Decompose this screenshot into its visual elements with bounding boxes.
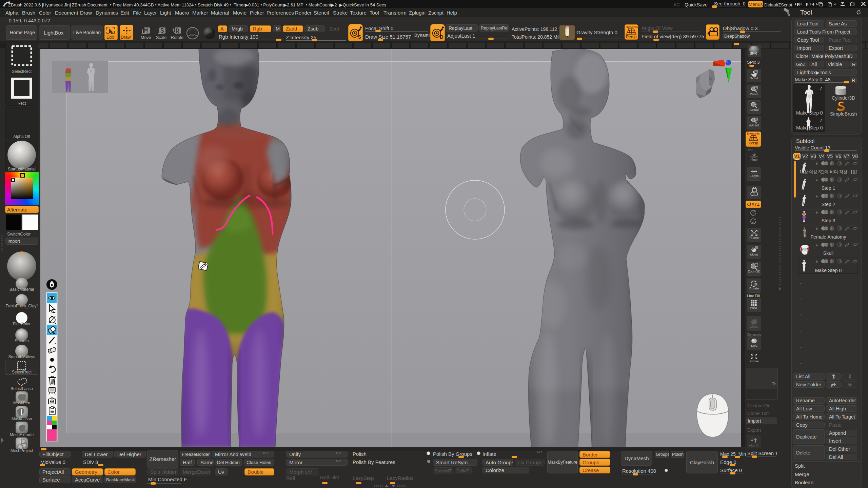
svg-text::1: :1	[754, 102, 757, 105]
svg-text:S: S	[358, 34, 361, 40]
svg-text:Y: Y	[752, 212, 754, 215]
svg-text:D: D	[440, 34, 443, 40]
svg-text:Z: Z	[752, 220, 754, 223]
